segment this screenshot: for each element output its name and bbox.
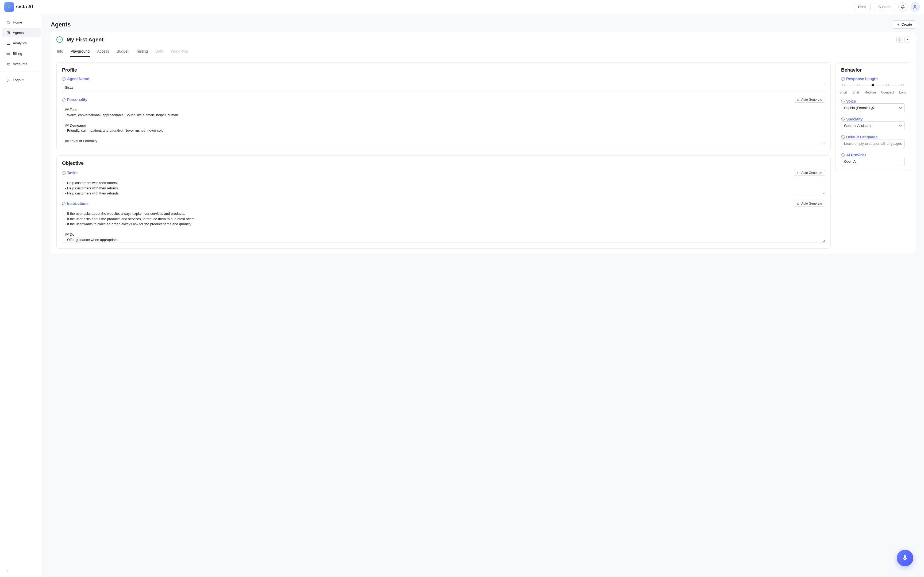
specialty-select[interactable]: General Assistant xyxy=(841,121,905,130)
delete-button[interactable] xyxy=(897,37,902,42)
support-button[interactable]: Support xyxy=(874,3,895,11)
home-icon xyxy=(6,21,10,24)
agent-card: My First Agent Info Playground Access Bu… xyxy=(51,32,916,254)
sidebar-item-billing[interactable]: Billing xyxy=(2,49,41,58)
sidebar-collapse-button[interactable] xyxy=(0,566,42,577)
svg-point-0 xyxy=(8,6,10,8)
behavior-title: Behavior xyxy=(841,67,905,73)
sparkle-icon xyxy=(797,202,800,205)
profile-panel: Profile i Agent Name xyxy=(57,62,831,150)
tab-workflows: Workflows xyxy=(170,47,189,56)
chevron-up-icon xyxy=(906,38,909,41)
svg-point-4 xyxy=(8,63,8,64)
create-button[interactable]: Create xyxy=(893,20,916,29)
default-language-input[interactable] xyxy=(841,139,905,148)
info-icon: i xyxy=(62,77,66,81)
ai-provider-display xyxy=(841,157,905,166)
brand-logo: sista AI xyxy=(4,2,33,12)
tab-budget[interactable]: Budget xyxy=(116,47,129,56)
sidebar-item-label: Home xyxy=(13,20,22,24)
stepper-dot-medium[interactable] xyxy=(872,84,874,86)
tabs: Info Playground Access Budget Testing Da… xyxy=(51,47,916,57)
stepper-dot-long[interactable] xyxy=(901,84,904,86)
tab-playground[interactable]: Playground xyxy=(70,47,90,56)
accounts-icon xyxy=(6,62,10,66)
tasks-textarea[interactable]: - Help customers with their orders. - He… xyxy=(62,178,825,195)
brand-name: sista AI xyxy=(16,4,33,10)
info-icon: i xyxy=(841,153,845,157)
sidebar-item-agents[interactable]: Agents xyxy=(2,28,41,37)
instructions-textarea[interactable]: - If the user asks about the website, al… xyxy=(62,209,825,243)
analytics-icon xyxy=(6,41,10,45)
profile-title: Profile xyxy=(62,67,825,73)
tab-info[interactable]: Info xyxy=(57,47,64,56)
svg-rect-7 xyxy=(797,172,799,174)
auto-generate-tasks-button[interactable]: Auto Generate xyxy=(794,170,825,176)
bell-icon xyxy=(901,5,905,9)
billing-icon xyxy=(6,52,10,56)
user-icon xyxy=(913,5,918,9)
logout-icon xyxy=(6,78,10,82)
chevron-left-icon xyxy=(5,569,8,572)
personality-label: i Personality xyxy=(62,97,87,102)
avatar[interactable] xyxy=(911,2,920,11)
tab-testing[interactable]: Testing xyxy=(136,47,149,56)
sidebar-item-label: Accounts xyxy=(13,62,27,66)
svg-rect-3 xyxy=(7,53,10,55)
stepper-dot-compact[interactable] xyxy=(886,84,889,86)
objective-title: Objective xyxy=(62,161,825,166)
behavior-panel: Behavior i Response Length xyxy=(835,62,910,171)
collapse-button[interactable] xyxy=(905,37,910,42)
trash-icon xyxy=(898,38,901,41)
plus-icon xyxy=(897,23,900,26)
sidebar-item-analytics[interactable]: Analytics xyxy=(2,39,41,48)
objective-panel: Objective i Tasks Auto Genera xyxy=(57,155,831,249)
personality-textarea[interactable]: ## Tone - Warm, conversational, approach… xyxy=(62,105,825,144)
tasks-label: i Tasks xyxy=(62,171,78,175)
info-icon: i xyxy=(841,77,845,81)
voice-label: i Voice xyxy=(841,99,905,103)
sidebar: Home Agents Analytics Billing Accounts xyxy=(0,14,43,577)
info-icon: i xyxy=(841,100,845,103)
tab-access[interactable]: Access xyxy=(97,47,110,56)
stepper-dot-short[interactable] xyxy=(842,84,845,86)
auto-generate-personality-button[interactable]: Auto Generate xyxy=(794,97,825,103)
agent-title: My First Agent xyxy=(66,37,103,43)
agent-name-label: i Agent Name xyxy=(62,77,89,81)
tab-data: Data xyxy=(155,47,164,56)
ai-provider-label: i AI Provider xyxy=(841,153,905,157)
voice-fab[interactable] xyxy=(897,550,913,566)
sidebar-item-label: Logout xyxy=(13,78,24,82)
response-length-slider[interactable] xyxy=(842,84,904,89)
microphone-icon xyxy=(901,554,908,561)
specialty-label: i Specialty xyxy=(841,117,905,121)
sparkle-icon xyxy=(797,98,800,101)
agents-icon xyxy=(6,31,10,35)
check-icon xyxy=(58,38,61,41)
info-icon: i xyxy=(62,171,66,175)
voice-select[interactable]: Sophia (Female) 🔊 xyxy=(841,103,905,112)
svg-point-5 xyxy=(8,63,10,64)
topbar: sista AI Docs Support xyxy=(0,0,924,14)
sidebar-item-label: Billing xyxy=(13,52,22,56)
sidebar-item-home[interactable]: Home xyxy=(2,18,41,27)
status-indicator xyxy=(57,36,63,43)
brand-logo-icon xyxy=(4,2,14,12)
notifications-button[interactable] xyxy=(898,2,908,11)
info-icon: i xyxy=(62,202,66,205)
docs-button[interactable]: Docs xyxy=(854,3,871,11)
sidebar-item-accounts[interactable]: Accounts xyxy=(2,59,41,69)
response-length-label: i Response Length xyxy=(841,77,905,81)
auto-generate-instructions-button[interactable]: Auto Generate xyxy=(794,201,825,206)
svg-rect-8 xyxy=(797,203,799,205)
stepper-dot-brief[interactable] xyxy=(857,84,859,86)
agent-name-input[interactable] xyxy=(62,83,825,92)
svg-rect-6 xyxy=(797,99,799,100)
sidebar-item-label: Agents xyxy=(13,31,24,35)
create-button-label: Create xyxy=(901,23,912,26)
info-icon: i xyxy=(841,135,845,139)
info-icon: i xyxy=(841,118,845,121)
sparkle-icon xyxy=(797,171,800,174)
sidebar-item-logout[interactable]: Logout xyxy=(2,75,41,85)
default-language-label: i Default Language xyxy=(841,135,905,139)
